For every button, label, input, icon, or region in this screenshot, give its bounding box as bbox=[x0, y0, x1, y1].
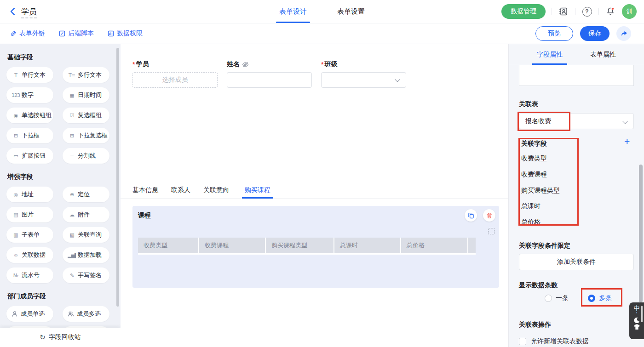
delete-widget-button[interactable] bbox=[483, 209, 495, 222]
tab-contacts[interactable]: 联系人 bbox=[171, 186, 190, 199]
field-recycle-bin[interactable]: ↻ 字段回收站 bbox=[0, 328, 121, 347]
ime-toolbar[interactable]: 中 ’ bbox=[629, 302, 644, 339]
field-description-input[interactable] bbox=[519, 65, 634, 86]
pill-divider[interactable]: ≡分割线 bbox=[63, 148, 109, 164]
related-table-label: 关联表 bbox=[519, 100, 538, 108]
field-name[interactable]: 姓名 bbox=[227, 61, 312, 88]
signature-pen-icon: ✎ bbox=[68, 273, 76, 279]
name-text-input[interactable] bbox=[227, 72, 312, 88]
page-scrollbar[interactable] bbox=[639, 165, 643, 302]
pill-signature[interactable]: ✎手写签名 bbox=[63, 267, 109, 283]
related-table-select[interactable]: 报名收费 bbox=[519, 113, 634, 129]
help-icon[interactable]: ? bbox=[581, 6, 592, 17]
add-condition-button[interactable]: 添加关联条件 bbox=[519, 254, 634, 270]
tab-purchase-course[interactable]: 购买课程 bbox=[242, 186, 273, 199]
related-field-item[interactable]: 购买课程类型 bbox=[521, 187, 560, 195]
script-icon bbox=[59, 30, 65, 37]
ime-language-toggle[interactable]: 中 bbox=[634, 305, 640, 312]
share-button[interactable] bbox=[616, 26, 631, 41]
ime-scroll-handle bbox=[641, 306, 643, 322]
contact-book-icon[interactable] bbox=[558, 6, 569, 17]
avatar[interactable]: 训 bbox=[622, 4, 637, 19]
related-field-item[interactable]: 总课时 bbox=[521, 202, 540, 210]
pill-related-query[interactable]: ▧关联查询 bbox=[63, 227, 109, 243]
tab-form-settings[interactable]: 表单设置 bbox=[337, 0, 365, 23]
pill-datetime[interactable]: ▦日期时间 bbox=[63, 87, 109, 103]
single-line-text-icon: T bbox=[12, 72, 20, 78]
widget-actions bbox=[465, 209, 495, 222]
location-icon: ⊕ bbox=[68, 192, 76, 198]
radio-multiple-records[interactable]: 多条 bbox=[588, 294, 612, 302]
people-icon bbox=[68, 311, 74, 317]
ime-punctuation-toggle[interactable]: ’ bbox=[636, 312, 637, 317]
radio-icon: ◉ bbox=[12, 113, 20, 119]
preview-button[interactable]: 预览 bbox=[535, 26, 573, 41]
pill-radio-group[interactable]: ◉单选按钮组 bbox=[6, 108, 53, 123]
chevron-down-icon bbox=[395, 77, 400, 82]
canvas-tabs-wrap: 基本信息 联系人 关联意向 购买课程 bbox=[121, 186, 508, 199]
related-data-icon: ∞ bbox=[12, 252, 20, 258]
form-external-link[interactable]: 表单外链 bbox=[10, 29, 45, 38]
related-field-item[interactable]: 总价格 bbox=[521, 218, 540, 227]
notification-bell-icon[interactable] bbox=[605, 6, 616, 17]
sidebar-scrollbar[interactable] bbox=[116, 48, 119, 307]
member-select-input[interactable]: 选择成员 bbox=[132, 72, 218, 88]
tab-basic-info[interactable]: 基本信息 bbox=[132, 186, 158, 199]
pill-dropdown[interactable]: ⊟下拉框 bbox=[6, 128, 53, 143]
pill-multi-line-text[interactable]: T≡多行文本 bbox=[63, 67, 109, 83]
tab-form-design[interactable]: 表单设计 bbox=[279, 0, 307, 23]
pill-extend-button[interactable]: ▭扩展按钮 bbox=[6, 148, 53, 164]
number-icon: 123 bbox=[12, 92, 20, 98]
allow-add-related-data-option[interactable]: 允许新增关联表数据 bbox=[519, 337, 589, 346]
backend-script-link[interactable]: 后端脚本 bbox=[59, 29, 94, 38]
tab-related-intent[interactable]: 关联意向 bbox=[203, 186, 229, 199]
copy-widget-button[interactable] bbox=[465, 209, 477, 222]
address-pin-icon: ◎ bbox=[12, 192, 20, 198]
pill-attachment[interactable]: ☁附件 bbox=[63, 207, 109, 222]
required-mark: * bbox=[321, 61, 323, 68]
expand-icon[interactable] bbox=[488, 228, 494, 234]
related-query-icon: ▧ bbox=[68, 232, 76, 238]
course-related-data-widget[interactable]: 课程 收费类型 收费课程 购买课程类型 总课时 bbox=[132, 206, 499, 288]
widget-title: 课程 bbox=[138, 211, 494, 220]
data-permission-link[interactable]: 数据权限 bbox=[108, 29, 143, 38]
related-field-item[interactable]: 收费类型 bbox=[521, 154, 547, 163]
course-table-header: 收费类型 收费课程 购买课程类型 总课时 总价格 bbox=[138, 238, 476, 255]
dropdown-multi-icon: ⊞ bbox=[68, 133, 76, 139]
pill-data-load[interactable]: ▂▅▇数据加载 bbox=[63, 247, 109, 263]
tab-form-properties[interactable]: 表单属性 bbox=[590, 44, 616, 65]
col-purchase-course-type: 购买课程类型 bbox=[266, 238, 334, 253]
basic-fields-grid: T单行文本 T≡多行文本 123数字 ▦日期时间 ◉单选按钮组 ☑复选框组 ⊟下… bbox=[6, 67, 121, 164]
field-class[interactable]: *班级 bbox=[321, 61, 406, 88]
pill-single-line-text[interactable]: T单行文本 bbox=[6, 67, 53, 83]
copy-icon bbox=[468, 212, 474, 219]
pill-image[interactable]: ▤图片 bbox=[6, 207, 53, 222]
pill-related-data[interactable]: ∞关联数据 bbox=[6, 247, 53, 263]
add-related-field-button[interactable]: + bbox=[624, 137, 630, 146]
pill-location[interactable]: ⊕定位 bbox=[63, 187, 109, 202]
data-manage-button[interactable]: 数据管理 bbox=[501, 4, 546, 19]
condition-label: 关联字段条件限定 bbox=[519, 242, 570, 250]
display-count-label: 显示数据条数 bbox=[519, 281, 558, 290]
pill-address[interactable]: ◎地址 bbox=[6, 187, 53, 202]
moon-icon[interactable] bbox=[633, 317, 640, 324]
pill-dropdown-multi[interactable]: ⊞下拉复选框 bbox=[63, 128, 109, 143]
field-student[interactable]: *学员 选择成员 bbox=[132, 61, 218, 88]
pill-number[interactable]: 123数字 bbox=[6, 87, 53, 103]
class-select-input[interactable] bbox=[321, 72, 406, 88]
related-field-item[interactable]: 收费课程 bbox=[521, 171, 547, 179]
pill-subform[interactable]: ▥子表单 bbox=[6, 227, 53, 243]
tab-field-properties[interactable]: 字段属性 bbox=[537, 44, 563, 65]
subform-icon: ▥ bbox=[12, 232, 20, 238]
radio-one-record[interactable]: 一条 bbox=[545, 294, 569, 302]
save-button[interactable]: 保存 bbox=[580, 26, 610, 41]
shirt-skin-icon[interactable] bbox=[633, 324, 640, 330]
pill-member-single[interactable]: 成员单选 bbox=[6, 306, 53, 322]
field-student-label: *学员 bbox=[132, 61, 218, 68]
separator bbox=[598, 8, 599, 15]
pill-checkbox-group[interactable]: ☑复选框组 bbox=[63, 108, 109, 123]
radio-unchecked bbox=[545, 295, 552, 302]
pill-serial-number[interactable]: №流水号 bbox=[6, 267, 53, 283]
pill-member-multi[interactable]: 成员多选 bbox=[63, 306, 109, 322]
chevron-down-icon bbox=[622, 119, 627, 124]
